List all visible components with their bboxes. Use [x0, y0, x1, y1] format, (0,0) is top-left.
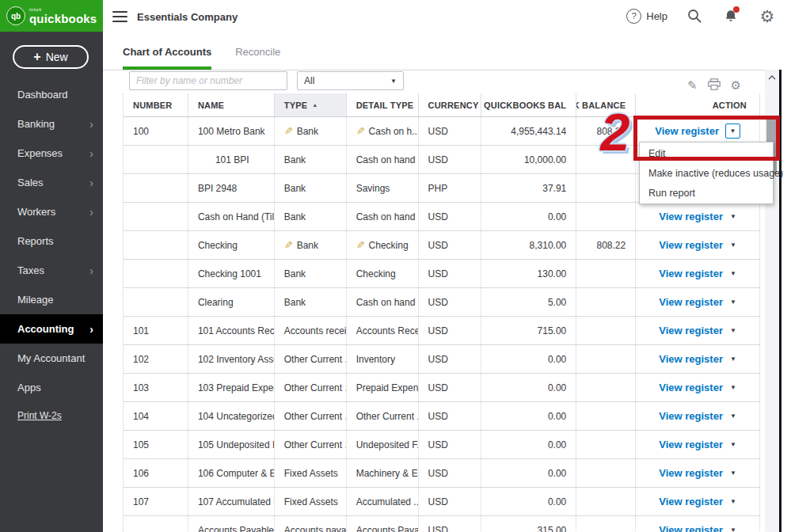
view-register-link[interactable]: View register: [659, 325, 723, 336]
table-settings-gear-icon[interactable]: ⚙: [731, 79, 741, 91]
sidebar-item-my-accountant[interactable]: My Accountant ›: [0, 344, 103, 373]
sidebar-item-banking[interactable]: Banking ›: [0, 109, 103, 139]
sidebar-item-taxes[interactable]: Taxes ›: [0, 256, 103, 285]
scroll-up-arrow[interactable]: [765, 70, 779, 85]
caret-down-icon[interactable]: ▼: [730, 498, 736, 505]
column-header-number[interactable]: NUMBER ▲: [124, 93, 188, 116]
sidebar-item-mileage[interactable]: Mileage ›: [0, 285, 103, 314]
cell-quickbooks-balance: 4,955,443.14: [481, 117, 576, 145]
cell-detail-type: ✎Machinery & E...: [347, 459, 419, 487]
view-register-link[interactable]: View register: [659, 524, 723, 532]
sidebar-item-apps[interactable]: Apps ›: [0, 373, 103, 402]
cell-number: 100: [124, 117, 188, 145]
caret-down-icon[interactable]: ▼: [730, 384, 736, 391]
caret-down-icon[interactable]: ▼: [730, 526, 736, 532]
help-label: Help: [646, 10, 667, 22]
sidebar-item-workers[interactable]: Workers ›: [0, 197, 103, 226]
caret-down-icon[interactable]: ▼: [730, 241, 736, 249]
cell-name: BPI 2948: [188, 174, 275, 202]
column-header-label: BANK BALANCE: [576, 101, 626, 110]
cell-bank-balance: 808.22: [576, 231, 636, 259]
hamburger-menu-icon[interactable]: [112, 11, 127, 22]
cell-type: ✎Bank: [275, 260, 347, 287]
column-header-name[interactable]: NAME ▲: [188, 93, 275, 116]
cell-name: Accounts Payable: [188, 516, 275, 532]
cell-currency: USD: [419, 402, 482, 430]
table-row: 102 102 Inventory Asse ✎Other Current ..…: [124, 345, 760, 374]
caret-down-icon[interactable]: ▼: [730, 298, 736, 306]
type-filter-select[interactable]: All ▼: [297, 71, 404, 90]
print-icon[interactable]: [708, 78, 721, 92]
cell-name: 104 Uncategorized: [188, 402, 275, 430]
sidebar-item-expenses[interactable]: Expenses ›: [0, 139, 103, 168]
cell-bank-balance: [576, 374, 636, 401]
view-register-link[interactable]: View register: [659, 496, 723, 507]
action-menu-item-make[interactable]: Make inactive (reduces usage): [640, 163, 773, 183]
settings-gear-icon[interactable]: ⚙: [758, 6, 777, 25]
caret-down-icon[interactable]: ▼: [730, 441, 736, 448]
view-register-link[interactable]: View register: [659, 211, 723, 222]
caret-down-icon[interactable]: ▼: [730, 270, 736, 277]
chevron-right-icon: ›: [89, 264, 93, 277]
cell-detail-type: ✎Inventory: [347, 345, 419, 373]
cell-currency: USD: [419, 260, 482, 287]
cell-number: [124, 231, 188, 259]
sidebar-link-print-w2s[interactable]: Print W-2s: [17, 410, 62, 421]
column-header-qb[interactable]: QUICKBOOKS BAL ▲: [481, 93, 576, 116]
caret-down-icon[interactable]: ▼: [730, 213, 736, 220]
column-header-type[interactable]: TYPE ▲: [275, 93, 347, 116]
column-header-action[interactable]: ACTION ▲: [636, 93, 760, 116]
view-register-link[interactable]: View register: [659, 296, 723, 308]
column-header-bank[interactable]: BANK BALANCE ▲: [576, 93, 636, 116]
edit-pencil-icon: ✎: [284, 125, 293, 137]
sidebar-item-label: My Accountant: [17, 352, 93, 364]
page-tabs: Chart of Accounts Reconcile: [123, 46, 280, 70]
tab-reconcile[interactable]: Reconcile: [235, 46, 280, 70]
view-register-link[interactable]: View register: [659, 410, 723, 422]
table-row: 105 105 Undeposited F ✎Other Current ...…: [124, 431, 760, 459]
search-icon[interactable]: [685, 6, 704, 25]
sidebar-item-accounting[interactable]: Accounting ›: [0, 314, 103, 344]
column-header-label: CURRENCY: [428, 101, 479, 110]
sidebar-item-label: Reports: [17, 235, 93, 247]
notification-dot: [733, 6, 740, 13]
chevron-right-icon: ›: [89, 118, 93, 131]
quickbooks-logo[interactable]: qb intuit quickbooks: [0, 0, 103, 32]
sidebar-item-sales[interactable]: Sales ›: [0, 168, 103, 197]
action-menu-item-run[interactable]: Run report: [640, 183, 773, 203]
vertical-scrollbar[interactable]: [765, 70, 779, 532]
filter-input[interactable]: [129, 71, 287, 90]
new-button[interactable]: + New: [13, 45, 89, 69]
caret-down-icon[interactable]: ▼: [730, 327, 736, 334]
column-header-currency[interactable]: CURRENCY ▲: [419, 93, 482, 116]
cell-action: View register ▼ ▼: [636, 374, 760, 401]
caret-down-icon[interactable]: ▼: [730, 469, 736, 477]
sidebar-item-dashboard[interactable]: Dashboard ›: [0, 80, 103, 109]
view-register-link[interactable]: View register: [659, 268, 723, 279]
view-register-link[interactable]: View register: [655, 125, 719, 137]
notifications-bell-icon[interactable]: [721, 6, 740, 25]
cell-bank-balance: [576, 488, 636, 515]
quickbooks-wordmark: quickbooks: [29, 13, 97, 25]
cell-type: ✎Other Current ...: [275, 431, 347, 458]
help-button[interactable]: ? Help: [626, 9, 667, 24]
sidebar: qb intuit quickbooks + New Dashboard › B…: [0, 0, 103, 532]
caret-down-icon[interactable]: ▼: [730, 412, 736, 420]
action-menu-item-edit[interactable]: Edit: [640, 143, 773, 163]
tab-chart-of-accounts[interactable]: Chart of Accounts: [123, 46, 211, 70]
edit-pencil-icon[interactable]: ✎: [687, 79, 698, 91]
caret-down-icon[interactable]: ▼: [730, 355, 736, 363]
action-dropdown-button[interactable]: ▼: [725, 124, 740, 139]
qb-monogram-icon: qb: [6, 6, 25, 25]
sidebar-item-label: Banking: [17, 118, 89, 130]
column-header-label: NUMBER: [133, 101, 172, 110]
view-register-link[interactable]: View register: [659, 467, 723, 479]
view-register-link[interactable]: View register: [659, 382, 723, 393]
sidebar-item-label: Taxes: [17, 264, 89, 276]
view-register-link[interactable]: View register: [659, 439, 723, 450]
view-register-link[interactable]: View register: [659, 239, 723, 251]
cell-action: View register ▼ ▼: [636, 203, 760, 230]
column-header-detail[interactable]: DETAIL TYPE ▲: [347, 93, 419, 116]
view-register-link[interactable]: View register: [659, 353, 723, 365]
sidebar-item-reports[interactable]: Reports ›: [0, 226, 103, 256]
